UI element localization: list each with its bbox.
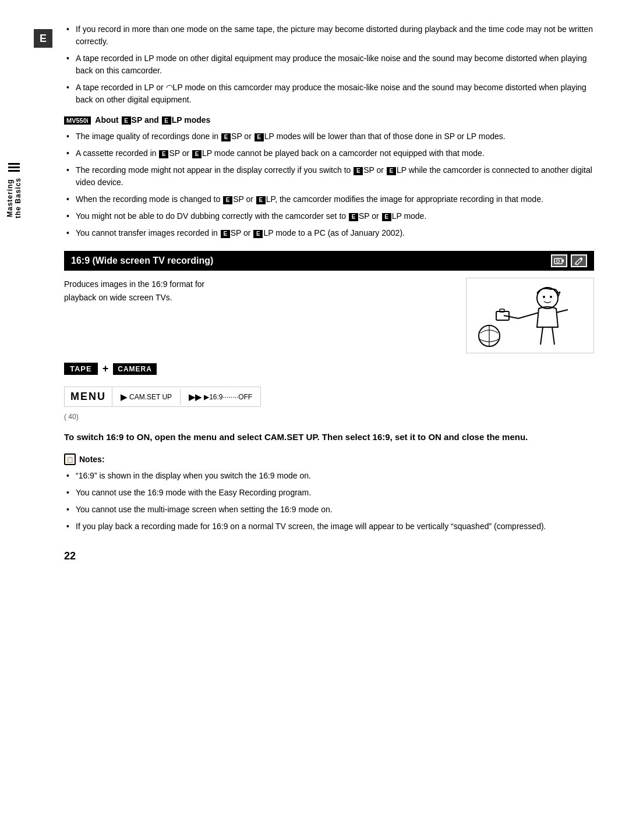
page-number: 22 [64,550,594,562]
sidebar-lines [8,163,20,172]
illustration-box [466,278,594,353]
menu-arrow-2: ▶▶ [189,392,202,402]
mv550i-bullet-2: A cassette recorded in ESP or ELP mode c… [64,147,594,160]
notes-bullet-list: “16:9” is shown in the display when you … [64,470,594,533]
svg-point-8 [550,296,552,298]
svg-point-7 [543,296,545,298]
wide-screen-content-row: Produces images in the 16:9 format for p… [64,278,594,353]
plus-sign: + [103,363,109,375]
mv550i-bullet-5: You might not be able to do DV dubbing c… [64,210,594,222]
mv550i-bullet-1: The image quality of recordings done in … [64,130,594,143]
e-badge: E [34,29,52,48]
notes-bullet-4: If you play back a recording made for 16… [64,520,594,533]
esp-icon: E [122,116,131,125]
menu-container: MENU ▶ CAM.SET UP ▶▶ ▶16:9········OFF ( … [64,382,594,421]
mv550i-bullet-6: You cannot transfer images recorded in E… [64,227,594,239]
mv550i-heading: MV550i About ESP and ELP modes [64,115,594,125]
mv550i-bullet-list: The image quality of recordings done in … [64,130,594,239]
camera-svg [554,257,564,265]
menu-label: MENU [65,387,112,406]
wide-screen-heading: 16:9 (Wide screen TV recording) [71,256,213,266]
main-content: If you record in more than one mode on t… [64,23,594,562]
menu-item-1-text: CAM.SET UP [129,393,172,401]
tape-badge: TAPE [64,363,98,375]
menu-page-ref: ( 40) [64,413,594,421]
notes-label: Notes: [79,455,105,464]
notes-bullet-2: You cannot use the 16:9 mode with the Ea… [64,487,594,499]
wide-screen-desc-line2: playback on wide screen TVs. [64,291,454,304]
svg-rect-5 [500,309,504,312]
pencil-svg [574,256,584,265]
mv550i-badge: MV550i [64,116,91,125]
intro-bullet-list: If you record in more than one mode on t… [64,23,594,106]
camera-icon-box [551,254,567,267]
sidebar-text: Mastering the Basics [6,178,22,218]
notes-section: 📋 Notes: “16:9” is shown in the display … [64,453,594,533]
main-instruction: To switch 16:9 to ON, open the menu and … [64,430,594,444]
menu-item-2: ▶▶ ▶16:9········OFF [181,389,260,405]
illustration-svg [472,281,588,350]
mv550i-bullet-3: The recording mode might not appear in t… [64,164,594,189]
camera-badge: CAMERA [113,363,157,375]
notes-bullet-3: You cannot use the multi-image screen wh… [64,504,594,516]
wide-screen-desc-line1: Produces images in the 16:9 format for [64,278,454,290]
menu-item-1: ▶ CAM.SET UP [112,389,181,405]
notes-icon: 📋 [64,453,76,465]
mv550i-bullet-4: When the recording mode is changed to ES… [64,193,594,205]
menu-row: MENU ▶ CAM.SET UP ▶▶ ▶16:9········OFF [64,387,261,407]
menu-arrow-1: ▶ [121,392,127,402]
notes-heading: 📋 Notes: [64,453,594,465]
svg-rect-0 [554,258,562,264]
pencil-icon-box [571,254,587,267]
tape-camera-row: TAPE + CAMERA [64,363,594,375]
intro-bullet-1: If you record in more than one mode on t… [64,23,594,48]
elp-icon: E [162,116,171,125]
wide-screen-section-bar: 16:9 (Wide screen TV recording) [64,251,594,271]
section-bar-icons [551,254,587,267]
notes-bullet-1: “16:9” is shown in the display when you … [64,470,594,482]
sidebar-label: Mastering the Basics [6,163,22,218]
wide-screen-description: Produces images in the 16:9 format for p… [64,278,454,304]
menu-item-2-text: ▶16:9········OFF [204,393,252,401]
intro-bullet-3: A tape recorded in LP or ◠LP mode on thi… [64,81,594,106]
svg-point-2 [557,260,560,263]
intro-bullet-2: A tape recorded in LP mode on other digi… [64,52,594,77]
